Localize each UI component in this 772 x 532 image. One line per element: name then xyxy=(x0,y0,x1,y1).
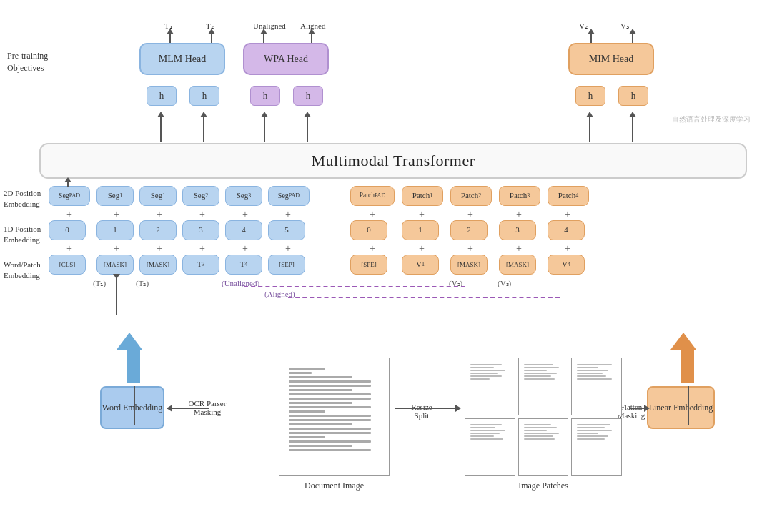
doc-line xyxy=(289,419,371,421)
pos-3-2: 3 xyxy=(499,220,536,240)
plus-10: + xyxy=(516,209,522,220)
doc-line xyxy=(289,445,352,447)
patch-line xyxy=(470,370,505,371)
v-head-1 xyxy=(64,177,71,182)
flatten-arrowhead xyxy=(644,405,650,412)
v3-label: V₃ xyxy=(620,21,629,31)
down-head-1 xyxy=(113,274,120,279)
doc-line xyxy=(289,423,352,425)
patch-3: Patch3 xyxy=(499,186,540,206)
patch-line xyxy=(524,373,557,374)
seg-2: Seg2 xyxy=(182,186,219,206)
patch-pad: PatchPAD xyxy=(350,186,395,206)
label-1d: 1D Position Embedding xyxy=(4,224,46,246)
patch-lines xyxy=(469,423,510,471)
patch-lines xyxy=(523,363,564,410)
pos-4-2: 4 xyxy=(548,220,585,240)
patch-line xyxy=(470,435,494,437)
resize-line xyxy=(395,408,458,409)
plus-r2-4: + xyxy=(199,243,205,255)
mask-v2: [MASK] xyxy=(450,255,488,275)
label-2d: 2D Position Embedding xyxy=(4,188,46,210)
pos-1: 1 xyxy=(96,220,134,240)
document-image xyxy=(279,358,390,476)
dashed-unaligned xyxy=(244,286,465,287)
vert-word-embed xyxy=(134,386,135,425)
seg-pad-1: SegPAD xyxy=(49,186,90,206)
plus-r2-2: + xyxy=(114,243,119,255)
pos-0-1: 0 xyxy=(49,220,86,240)
ocr-arrowhead xyxy=(167,405,172,412)
pos-2-2: 2 xyxy=(450,220,488,240)
doc-line xyxy=(289,368,325,370)
doc-line xyxy=(289,402,352,404)
patch-line xyxy=(470,375,501,377)
doc-line xyxy=(289,449,371,451)
pretraining-label: Pre-training Objectives xyxy=(7,50,54,74)
h-mlm-2: h xyxy=(189,86,219,106)
label-wp: Word/Patch Embedding xyxy=(4,260,50,282)
patch-line xyxy=(524,435,553,437)
mask-v3: [MASK] xyxy=(499,255,536,275)
seg-3: Seg3 xyxy=(225,186,262,206)
head-h6 xyxy=(629,112,636,117)
shaft-h2 xyxy=(203,113,204,142)
patch-lines xyxy=(469,363,510,410)
plus-3: + xyxy=(157,209,162,220)
pos-3: 3 xyxy=(182,220,219,240)
arrowhead-v3 xyxy=(629,29,636,34)
patch-line xyxy=(470,364,501,365)
patch-line xyxy=(524,367,559,368)
head-h2 xyxy=(200,112,207,117)
pos-2: 2 xyxy=(139,220,177,240)
patch-line xyxy=(524,430,548,431)
patch-line xyxy=(470,438,503,440)
document-image-label: Document Image xyxy=(279,481,390,491)
patch-line xyxy=(524,438,555,440)
patch-line xyxy=(577,430,612,431)
ocr-label: OCR Parser Masking xyxy=(175,399,239,416)
plus-r2-11: + xyxy=(565,243,570,255)
arrowhead-t1 xyxy=(167,29,174,34)
head-h3 xyxy=(261,112,268,117)
patch-2: Patch2 xyxy=(450,186,492,206)
head-h5 xyxy=(586,112,593,117)
plus-r2-5: + xyxy=(242,243,248,255)
patch-lines xyxy=(523,423,564,471)
cls-token: [CLS] xyxy=(49,255,86,275)
transformer-box: Multimodal Transformer xyxy=(39,143,747,179)
patch-line xyxy=(524,424,551,425)
linear-arrow-head xyxy=(670,332,696,350)
t4-token: T4 xyxy=(225,255,262,275)
doc-line xyxy=(289,372,312,374)
arrowhead-t2 xyxy=(208,29,215,34)
shaft-h3 xyxy=(264,113,265,142)
v4-token: V4 xyxy=(548,255,585,275)
pos-4: 4 xyxy=(225,220,262,240)
ann-t1: (T₁) xyxy=(93,279,106,288)
doc-line xyxy=(289,410,325,413)
mim-head: MIM Head xyxy=(568,43,654,75)
doc-lines xyxy=(285,364,384,469)
v1-token: V1 xyxy=(402,255,439,275)
patch-line xyxy=(577,427,604,428)
doc-line xyxy=(289,380,371,383)
doc-line xyxy=(289,393,371,395)
h-wpa-1: h xyxy=(250,86,280,106)
doc-line xyxy=(289,440,371,443)
patch-4: Patch4 xyxy=(548,186,589,206)
h-mlm-1: h xyxy=(147,86,177,106)
plus-r2-8: + xyxy=(419,243,425,255)
patch-line xyxy=(577,367,598,368)
plus-11: + xyxy=(565,209,570,220)
shaft-h6 xyxy=(632,113,633,142)
plus-4: + xyxy=(199,209,205,220)
resize-arrowhead xyxy=(455,405,461,412)
resize-label: Resize Split xyxy=(397,403,447,420)
patch-line xyxy=(470,424,501,425)
patch-lines xyxy=(575,423,617,471)
plus-9: + xyxy=(467,209,473,220)
v2-label: V₂ xyxy=(579,21,588,31)
patch-img-5 xyxy=(518,418,569,476)
doc-line xyxy=(289,385,371,387)
